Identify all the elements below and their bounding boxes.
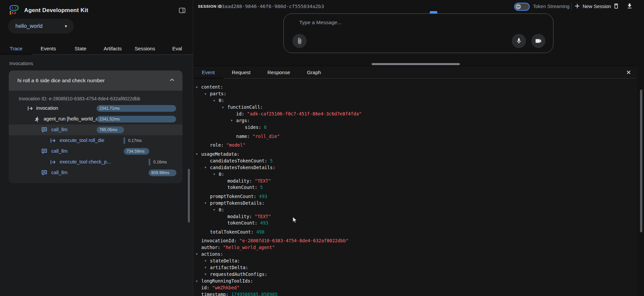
adk-logo-icon — [9, 4, 19, 16]
tab-trace[interactable]: Trace — [0, 42, 32, 54]
json-line: author: "hello_world_agent" — [196, 244, 632, 251]
json-collapse-icon[interactable]: ▼ — [196, 278, 201, 285]
chat-icon — [41, 127, 48, 133]
json-key: actions: — [201, 251, 223, 257]
json-collapse-icon[interactable]: ▼ — [205, 91, 210, 98]
microphone-button[interactable] — [512, 34, 526, 48]
json-collapse-icon[interactable]: ▼ — [205, 264, 210, 271]
json-collapse-icon[interactable]: ▼ — [205, 164, 210, 171]
duration-bar: 2341.52ms — [97, 116, 176, 122]
detail-tab-request[interactable]: Request — [223, 66, 259, 78]
enter-arrow-icon — [50, 159, 56, 165]
token-streaming-toggle[interactable] — [514, 3, 530, 11]
paperclip-icon — [296, 38, 303, 44]
json-line: ▼candidatesTokensDetails: — [196, 164, 632, 171]
json-collapse-icon[interactable]: ▼ — [205, 200, 210, 207]
json-key: requestedAuthConfigs: — [210, 272, 267, 277]
json-collapse-icon[interactable]: ▼ — [222, 104, 227, 111]
json-key: tokenCount: — [227, 185, 257, 190]
invocations-section: Invocations hi roll a 6 side dice and ch… — [0, 55, 193, 296]
json-value: "model" — [226, 142, 246, 148]
detail-vertical-scrollbar[interactable] — [640, 90, 642, 232]
json-key: totalTokenCount: — [210, 229, 254, 235]
json-collapse-icon[interactable]: ▼ — [205, 271, 210, 278]
trace-span-row[interactable]: execute_tool check_p...0.16ms — [9, 157, 182, 167]
json-key: usageMetadata: — [201, 151, 239, 157]
json-value: "TEXT" — [255, 178, 271, 184]
json-line: totalTokenCount: 498 — [196, 229, 632, 236]
json-key: 0: — [219, 98, 224, 103]
session-toolbar: SESSION ID 33aad288-9846-46f6-980d-cf555… — [194, 0, 644, 13]
json-line: timestamp: 1749586585.858985 — [196, 291, 632, 296]
json-key: content: — [201, 84, 223, 90]
json-value: 493 — [260, 220, 268, 226]
tab-sessions[interactable]: Sessions — [129, 42, 161, 54]
json-collapse-icon[interactable]: ▼ — [213, 207, 219, 213]
detail-tab-response[interactable]: Response — [259, 66, 299, 78]
json-collapse-icon[interactable]: ▼ — [196, 151, 201, 158]
json-line: ▼content: — [196, 84, 632, 91]
json-line: ▼stateDelta: — [196, 258, 632, 264]
detail-tab-graph[interactable]: Graph — [299, 66, 329, 78]
new-session-label: New Session — [583, 4, 611, 9]
json-key: promptTokensDetails: — [210, 200, 265, 206]
json-line: ▼parts: — [196, 91, 632, 97]
tab-artifacts[interactable]: Artifacts — [97, 42, 129, 54]
trace-span-row[interactable]: call_llm734.59ms — [9, 146, 182, 157]
detail-tab-event[interactable]: Event — [193, 66, 223, 78]
json-value: 5 — [260, 185, 263, 190]
json-collapse-icon[interactable]: ▼ — [196, 251, 201, 258]
close-icon[interactable]: ✕ — [624, 68, 633, 77]
message-input[interactable] — [299, 18, 507, 27]
left-panel-scrollbar[interactable] — [188, 169, 190, 223]
json-value: 6 — [264, 125, 267, 130]
json-key: candidatesTokensDetails: — [210, 165, 275, 170]
invocation-card-header[interactable]: hi roll a 6 side dice and check number — [9, 70, 182, 91]
chevron-down-icon: ▼ — [64, 24, 68, 28]
trace-span-row[interactable]: agent_run [hello_world_agent]2341.52ms — [9, 114, 182, 125]
json-line: candidatesTokenCount: 5 — [196, 158, 632, 164]
json-collapse-icon[interactable]: ▼ — [213, 171, 219, 178]
app-header: Agent Development Kit — [9, 4, 88, 16]
json-collapse-icon[interactable]: ▼ — [205, 258, 210, 264]
json-value: 498 — [256, 229, 264, 235]
collapse-panel-icon[interactable] — [178, 6, 186, 15]
duration-bar — [123, 137, 125, 144]
json-line: sides: 6 — [196, 124, 632, 131]
tab-eval[interactable]: Eval — [161, 42, 193, 54]
trace-span-row[interactable]: invocation2341.71ms — [9, 103, 182, 114]
trace-span-row[interactable]: call_llm809.99ms — [9, 167, 182, 178]
session-id-value: 33aad288-9846-46f6-980d-cf555034a2b3 — [219, 4, 324, 9]
duration-label: 809.99ms — [149, 170, 169, 175]
json-key: sides: — [245, 125, 261, 130]
download-session-button[interactable] — [626, 3, 634, 10]
chevron-up-icon[interactable] — [169, 77, 175, 84]
json-key: modality: — [227, 214, 252, 219]
json-key: artifactDelta: — [210, 265, 248, 270]
invocations-heading: Invocations — [9, 61, 33, 66]
trace-span-row[interactable]: call_llm795.05ms — [9, 125, 182, 135]
trace-span-row[interactable]: execute_tool roll_die0.17ms — [9, 135, 182, 146]
json-line: modality: "TEXT" — [196, 178, 632, 185]
json-collapse-icon[interactable]: ▼ — [231, 117, 236, 124]
chat-horizontal-scrollbar[interactable] — [372, 63, 460, 65]
duration-bar: 809.99ms — [149, 169, 176, 176]
tab-events[interactable]: Events — [32, 42, 64, 54]
chat-icon — [41, 169, 48, 176]
new-session-button[interactable]: New Session — [575, 2, 611, 11]
toggle-thumb — [516, 4, 521, 9]
agent-select-dropdown[interactable]: hello_world ▼ — [8, 19, 74, 34]
json-line: modality: "TEXT" — [196, 213, 632, 220]
video-button[interactable] — [531, 34, 545, 48]
agent-run-icon — [34, 116, 40, 122]
attach-file-button[interactable] — [292, 34, 307, 48]
tab-state[interactable]: State — [64, 42, 97, 54]
json-collapse-icon[interactable]: ▼ — [196, 84, 201, 91]
span-label: execute_tool check_p... — [60, 159, 111, 164]
json-line: ▼0: — [196, 97, 632, 104]
json-key: longRunningToolIds: — [201, 278, 253, 284]
json-collapse-icon[interactable]: ▼ — [213, 98, 219, 104]
invocation-title: hi roll a 6 side dice and check number — [17, 78, 105, 84]
delete-session-button[interactable] — [613, 3, 620, 10]
duration-bar: 795.05ms — [97, 127, 124, 133]
